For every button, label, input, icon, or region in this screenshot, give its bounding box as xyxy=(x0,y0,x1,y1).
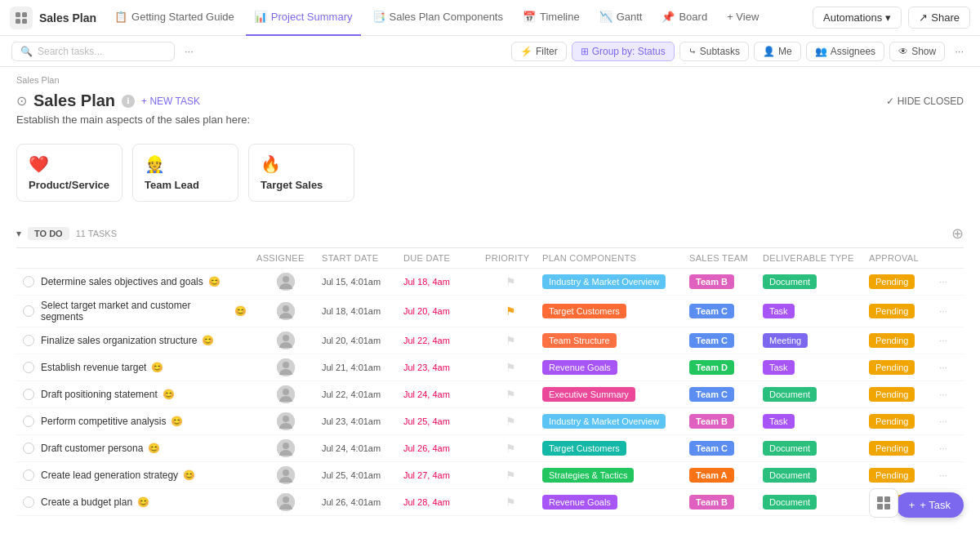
task-checkbox[interactable] xyxy=(16,335,41,346)
automations-button[interactable]: Automations ▾ xyxy=(813,7,902,29)
team-badge[interactable]: Team C xyxy=(689,333,734,348)
share-button[interactable]: ↗ Share xyxy=(908,7,970,29)
task-priority[interactable]: ⚑ xyxy=(482,334,539,347)
task-priority[interactable]: ⚑ xyxy=(482,388,539,401)
task-assignee[interactable] xyxy=(253,273,318,291)
task-checkbox[interactable] xyxy=(16,362,41,373)
task-options[interactable]: ··· xyxy=(939,443,964,454)
tab-timeline[interactable]: 📅 Timeline xyxy=(514,0,588,36)
add-view-button[interactable]: + View xyxy=(719,0,767,36)
card-team-lead[interactable]: 👷 Team Lead xyxy=(132,144,238,202)
approval-badge[interactable]: Pending xyxy=(869,304,915,318)
approval-badge[interactable]: Pending xyxy=(869,387,915,402)
team-badge[interactable]: Team C xyxy=(689,441,734,456)
type-badge[interactable]: Meeting xyxy=(763,333,808,348)
me-button[interactable]: 👤 Me xyxy=(754,42,801,61)
task-options[interactable]: ··· xyxy=(939,276,964,287)
task-priority[interactable]: ⚑ xyxy=(482,442,539,455)
plan-badge[interactable]: Target Customers xyxy=(542,304,626,318)
task-assignee[interactable] xyxy=(253,332,318,349)
task-name[interactable]: Perform competitive analysis 😊 xyxy=(41,416,253,427)
team-badge[interactable]: Team C xyxy=(689,387,734,402)
task-name[interactable]: Select target market and customer segmen… xyxy=(41,300,253,323)
plan-badge[interactable]: Executive Summary xyxy=(542,387,635,402)
task-name[interactable]: Create a budget plan 😊 xyxy=(41,496,253,508)
task-assignee[interactable] xyxy=(253,439,318,457)
task-name[interactable]: Establish revenue target 😊 xyxy=(41,362,253,373)
task-assignee[interactable] xyxy=(253,412,318,430)
task-options[interactable]: ··· xyxy=(939,389,964,400)
task-name[interactable]: Determine sales objectives and goals 😊 xyxy=(41,276,253,287)
plan-badge[interactable]: Revenue Goals xyxy=(542,495,617,510)
task-checkbox[interactable] xyxy=(16,276,41,287)
task-checkbox[interactable] xyxy=(16,443,41,454)
approval-badge[interactable]: Pending xyxy=(869,360,915,375)
type-badge[interactable]: Document xyxy=(763,387,817,402)
type-badge[interactable]: Task xyxy=(763,304,795,318)
add-task-fab[interactable]: + + Task xyxy=(896,492,964,518)
approval-badge[interactable]: Pending xyxy=(869,468,915,483)
task-assignee[interactable] xyxy=(253,385,318,403)
team-badge[interactable]: Team B xyxy=(689,274,734,289)
show-button[interactable]: 👁 Show xyxy=(889,42,945,61)
tab-gantt[interactable]: 📉 Gantt xyxy=(591,0,651,36)
task-assignee[interactable] xyxy=(253,466,318,484)
new-task-button[interactable]: + NEW TASK xyxy=(141,96,200,107)
task-name[interactable]: Draft positioning statement 😊 xyxy=(41,389,253,400)
add-column-icon[interactable]: ⊕ xyxy=(951,225,964,243)
task-priority[interactable]: ⚑ xyxy=(482,275,539,288)
approval-badge[interactable]: Pending xyxy=(869,333,915,348)
info-icon[interactable]: ℹ xyxy=(122,95,135,108)
filter-button[interactable]: ⚡ Filter xyxy=(511,42,567,61)
task-priority[interactable]: ⚑ xyxy=(482,305,539,318)
group-by-button[interactable]: ⊞ Group by: Status xyxy=(572,42,675,61)
type-badge[interactable]: Task xyxy=(763,414,795,429)
tab-getting-started[interactable]: 📋 Getting Started Guide xyxy=(106,0,243,36)
type-badge[interactable]: Document xyxy=(763,495,817,510)
task-assignee[interactable] xyxy=(253,358,318,376)
collapse-icon[interactable]: ⊙ xyxy=(16,93,27,109)
task-assignee[interactable] xyxy=(253,302,318,320)
card-product-service[interactable]: ❤️ Product/Service xyxy=(16,144,122,202)
type-badge[interactable]: Document xyxy=(763,441,817,456)
tab-project-summary[interactable]: 📊 Project Summary xyxy=(246,0,361,36)
task-checkbox[interactable] xyxy=(16,469,41,481)
team-badge[interactable]: Team B xyxy=(689,414,734,429)
type-badge[interactable]: Document xyxy=(763,274,817,289)
task-checkbox[interactable] xyxy=(16,416,41,427)
card-target-sales[interactable]: 🔥 Target Sales xyxy=(248,144,354,202)
plan-badge[interactable]: Revenue Goals xyxy=(542,360,617,375)
plan-badge[interactable]: Industry & Market Overview xyxy=(542,274,666,289)
assignees-button[interactable]: 👥 Assignees xyxy=(806,42,884,61)
approval-badge[interactable]: Pending xyxy=(869,441,915,456)
task-options[interactable]: ··· xyxy=(939,305,964,317)
grid-view-fab[interactable] xyxy=(869,488,898,518)
more-options-icon[interactable]: ··· xyxy=(180,42,198,60)
task-options[interactable]: ··· xyxy=(939,362,964,373)
team-badge[interactable]: Team B xyxy=(689,495,734,510)
task-priority[interactable]: ⚑ xyxy=(482,415,539,428)
app-logo[interactable] xyxy=(10,7,33,29)
tab-sales-plan-components[interactable]: 📑 Sales Plan Components xyxy=(364,0,511,36)
task-priority[interactable]: ⚑ xyxy=(482,496,539,509)
task-assignee[interactable] xyxy=(253,493,318,511)
task-options[interactable]: ··· xyxy=(939,416,964,427)
tab-board[interactable]: 📌 Board xyxy=(653,0,715,36)
approval-badge[interactable]: Pending xyxy=(869,274,915,289)
team-badge[interactable]: Team D xyxy=(689,360,734,375)
task-name[interactable]: Finalize sales organization structure 😊 xyxy=(41,335,253,346)
subtasks-button[interactable]: ⤷ Subtasks xyxy=(679,42,749,61)
task-name[interactable]: Draft customer persona 😊 xyxy=(41,443,253,454)
hide-closed-button[interactable]: ✓ HIDE CLOSED xyxy=(886,96,964,107)
task-checkbox[interactable] xyxy=(16,389,41,400)
section-toggle[interactable]: ▾ xyxy=(16,228,21,239)
search-box[interactable]: 🔍 Search tasks... xyxy=(11,42,175,61)
task-priority[interactable]: ⚑ xyxy=(482,361,539,374)
type-badge[interactable]: Document xyxy=(763,468,817,483)
plan-badge[interactable]: Strategies & Tactics xyxy=(542,468,634,483)
task-options[interactable]: ··· xyxy=(939,469,964,481)
task-priority[interactable]: ⚑ xyxy=(482,469,539,482)
plan-badge[interactable]: Target Customers xyxy=(542,441,626,456)
type-badge[interactable]: Task xyxy=(763,360,795,375)
extra-options-icon[interactable]: ··· xyxy=(950,42,969,60)
